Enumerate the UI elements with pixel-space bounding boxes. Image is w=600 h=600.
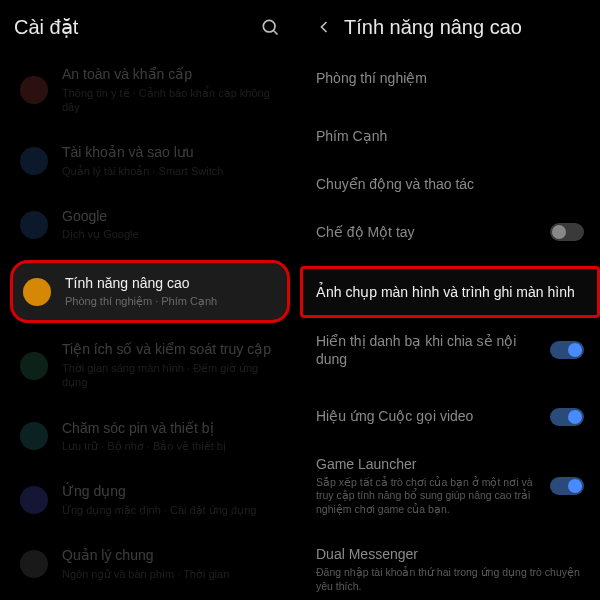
settings-item-text: Tài khoản và sao lưuQuản lý tài khoản · … — [62, 144, 280, 178]
feature-row[interactable]: Chuyển động và thao tác — [300, 160, 600, 208]
settings-item-subtitle: Thời gian sáng màn hình · Đếm giờ ứng dụ… — [62, 361, 280, 390]
settings-item[interactable]: Ứng dụngỨng dụng mặc định · Cài đặt ứng … — [10, 471, 290, 529]
feature-title: Hiệu ứng Cuộc gọi video — [316, 407, 542, 425]
settings-pane-right: Tính năng nâng cao Phòng thí nghiệmPhím … — [300, 0, 600, 600]
settings-item-subtitle: Ngôn ngữ và bàn phím · Thời gian — [62, 567, 280, 581]
settings-item[interactable]: Tài khoản và sao lưuQuản lý tài khoản · … — [10, 132, 290, 190]
settings-item-icon — [20, 352, 48, 380]
settings-item-title: Google — [62, 208, 280, 226]
toggle-switch[interactable] — [550, 341, 584, 359]
settings-item-title: Ứng dụng — [62, 483, 280, 501]
settings-item[interactable]: Tiện ích số và kiểm soát truy cậpThời gi… — [10, 329, 290, 401]
settings-item-icon — [20, 550, 48, 578]
settings-list: An toàn và khẩn cấpThông tin y tế · Cảnh… — [0, 54, 300, 593]
back-icon[interactable] — [314, 17, 334, 37]
feature-text: Hiệu ứng Cuộc gọi video — [316, 407, 542, 425]
feature-title: Dual Messenger — [316, 545, 584, 563]
toggle-switch[interactable] — [550, 223, 584, 241]
settings-item-title: Tiện ích số và kiểm soát truy cập — [62, 341, 280, 359]
settings-item-subtitle: Lưu trữ · Bộ nhớ · Bảo vệ thiết bị — [62, 439, 280, 453]
feature-subtitle: Đăng nhập tài khoản thứ hai trong ứng dụ… — [316, 566, 584, 593]
feature-text: Ảnh chụp màn hình và trình ghi màn hình — [316, 283, 584, 301]
settings-item-subtitle: Phòng thí nghiệm · Phím Cạnh — [65, 294, 277, 308]
feature-row[interactable]: Hiển thị danh bạ khi chia sẻ nội dung — [300, 318, 600, 382]
feature-text: Dual MessengerĐăng nhập tài khoản thứ ha… — [316, 545, 584, 593]
settings-item[interactable]: Chăm sóc pin và thiết bịLưu trữ · Bộ nhớ… — [10, 408, 290, 466]
feature-title: Hiển thị danh bạ khi chia sẻ nội dung — [316, 332, 542, 368]
feature-row[interactable]: Game LauncherSắp xếp tất cả trò chơi của… — [300, 441, 600, 531]
feature-title: Phím Cạnh — [316, 127, 584, 145]
settings-item-subtitle: Dịch vụ Google — [62, 227, 280, 241]
settings-item-icon — [20, 147, 48, 175]
settings-item-subtitle: Thông tin y tế · Cảnh báo khẩn cấp không… — [62, 86, 280, 115]
svg-point-0 — [263, 20, 275, 32]
page-title: Cài đặt — [14, 15, 260, 39]
toggle-switch[interactable] — [550, 408, 584, 426]
feature-title: Chế độ Một tay — [316, 223, 542, 241]
section-spacer — [300, 256, 600, 266]
feature-text: Phím Cạnh — [316, 127, 584, 145]
settings-item-text: Tính năng nâng caoPhòng thí nghiệm · Phí… — [65, 275, 277, 309]
section-spacer — [300, 383, 600, 393]
toggle-switch[interactable] — [550, 477, 584, 495]
settings-item-icon — [20, 486, 48, 514]
settings-item[interactable]: Tính năng nâng caoPhòng thí nghiệm · Phí… — [10, 260, 290, 324]
settings-item-icon — [20, 211, 48, 239]
feature-text: Game LauncherSắp xếp tất cả trò chơi của… — [316, 455, 542, 517]
settings-item-icon — [20, 76, 48, 104]
settings-item[interactable]: GoogleDịch vụ Google — [10, 196, 290, 254]
feature-text: Chế độ Một tay — [316, 223, 542, 241]
feature-row[interactable]: Ảnh chụp màn hình và trình ghi màn hình — [300, 266, 600, 318]
right-header: Tính năng nâng cao — [300, 0, 600, 54]
search-icon[interactable] — [260, 17, 280, 37]
feature-text: Chuyển động và thao tác — [316, 175, 584, 193]
settings-item-text: Chăm sóc pin và thiết bịLưu trữ · Bộ nhớ… — [62, 420, 280, 454]
settings-item-title: Tính năng nâng cao — [65, 275, 277, 293]
settings-item-title: Chăm sóc pin và thiết bị — [62, 420, 280, 438]
feature-row[interactable]: Hiệu ứng Cuộc gọi video — [300, 393, 600, 441]
settings-item-subtitle: Quản lý tài khoản · Smart Switch — [62, 164, 280, 178]
settings-item-text: Tiện ích số và kiểm soát truy cậpThời gi… — [62, 341, 280, 389]
settings-item[interactable]: An toàn và khẩn cấpThông tin y tế · Cảnh… — [10, 54, 290, 126]
section-spacer — [300, 102, 600, 112]
settings-item[interactable]: Quản lý chungNgôn ngữ và bàn phím · Thời… — [10, 535, 290, 593]
svg-line-1 — [274, 31, 278, 35]
feature-row[interactable]: Dual MessengerĐăng nhập tài khoản thứ ha… — [300, 531, 600, 600]
settings-item-title: An toàn và khẩn cấp — [62, 66, 280, 84]
subpage-title: Tính năng nâng cao — [344, 16, 580, 39]
settings-item-subtitle: Ứng dụng mặc định · Cài đặt ứng dụng — [62, 503, 280, 517]
settings-item-text: An toàn và khẩn cấpThông tin y tế · Cảnh… — [62, 66, 280, 114]
settings-item-icon — [20, 422, 48, 450]
advanced-features-list: Phòng thí nghiệmPhím CạnhChuyển động và … — [300, 54, 600, 600]
feature-title: Game Launcher — [316, 455, 542, 473]
feature-title: Chuyển động và thao tác — [316, 175, 584, 193]
feature-text: Hiển thị danh bạ khi chia sẻ nội dung — [316, 332, 542, 368]
feature-title: Ảnh chụp màn hình và trình ghi màn hình — [316, 283, 584, 301]
settings-item-title: Tài khoản và sao lưu — [62, 144, 280, 162]
left-header: Cài đặt — [0, 0, 300, 54]
settings-item-title: Quản lý chung — [62, 547, 280, 565]
feature-row[interactable]: Phòng thí nghiệm — [300, 54, 600, 102]
settings-item-text: Ứng dụngỨng dụng mặc định · Cài đặt ứng … — [62, 483, 280, 517]
feature-text: Phòng thí nghiệm — [316, 69, 584, 87]
feature-row[interactable]: Chế độ Một tay — [300, 208, 600, 256]
feature-title: Phòng thí nghiệm — [316, 69, 584, 87]
settings-item-text: Quản lý chungNgôn ngữ và bàn phím · Thời… — [62, 547, 280, 581]
settings-item-icon — [23, 278, 51, 306]
feature-row[interactable]: Phím Cạnh — [300, 112, 600, 160]
feature-subtitle: Sắp xếp tất cả trò chơi của bạn ở một nơ… — [316, 476, 542, 517]
settings-item-text: GoogleDịch vụ Google — [62, 208, 280, 242]
settings-pane-left: Cài đặt An toàn và khẩn cấpThông tin y t… — [0, 0, 300, 600]
